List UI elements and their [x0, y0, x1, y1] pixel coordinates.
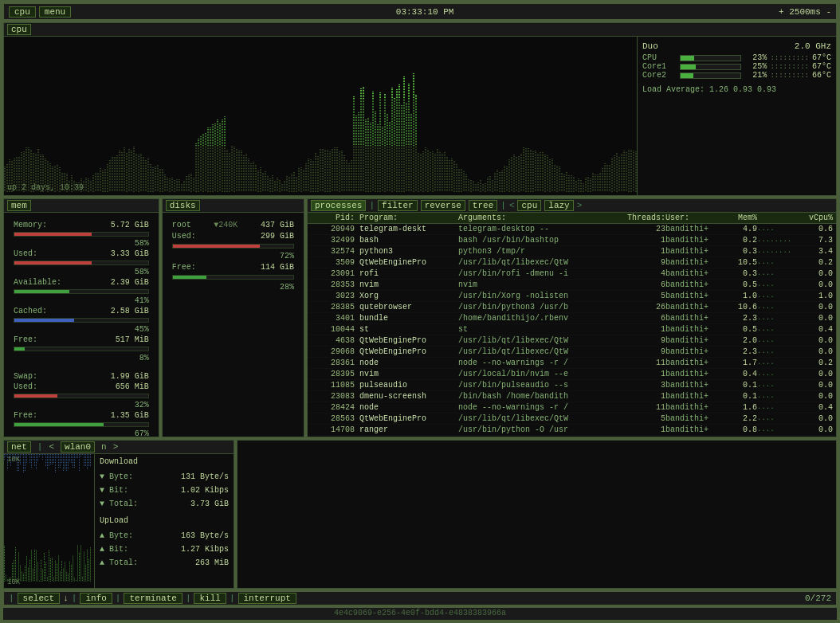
tree-tab[interactable]: tree: [469, 200, 497, 211]
proc-row[interactable]: 32574 python3 python3 /tmp/r 1 bandithi+…: [308, 246, 836, 257]
proc-row[interactable]: 29068 QtWebEnginePro /usr/lib/qt/libexec…: [308, 347, 836, 358]
proc-header: processes | filter reverse tree | < cpu …: [308, 199, 836, 213]
disks-title: disks: [166, 200, 200, 211]
interrupt-button[interactable]: interrupt: [238, 593, 296, 604]
core-temp: 67°C: [812, 53, 831, 62]
disk-free-row: Free: 114 GiB: [172, 263, 294, 272]
proc-row[interactable]: 23091 rofi /usr/bin/rofi -dmenu -i 4 ban…: [308, 268, 836, 280]
proc-row[interactable]: 20949 telegram-deskt telegram-desktop --…: [308, 224, 836, 235]
net-content: 10K 10K Download ▼ Byte: 131 Byte/s ▼ Bi…: [4, 454, 234, 588]
proc-row[interactable]: 3401 bundle /home/bandithijo/.rbenv 6 ba…: [308, 313, 836, 324]
net-label-bot: 10K: [7, 578, 20, 586]
mem-row: Cached: 2.58 GiB: [14, 307, 149, 315]
dl-total-value: 3.73 GiB: [190, 500, 229, 508]
mem-row: Free: 517 MiB: [14, 335, 149, 344]
proc-table: 20949 telegram-deskt telegram-desktop --…: [308, 224, 836, 437]
info-button[interactable]: info: [80, 593, 112, 604]
proc-row[interactable]: 28361 node node --no-warnings -r / 11 ba…: [308, 358, 836, 369]
proc-row[interactable]: 32499 bash bash /usr/bin/bashtop 1 bandi…: [308, 235, 836, 246]
ul-byte-row: ▲ Byte: 163 Byte/s: [100, 531, 229, 540]
proc-title: processes: [311, 200, 366, 211]
cpu-header: cpu: [4, 23, 836, 37]
disks-section: disks root ▼240K 437 GiB Used: 299 GiB 7…: [162, 198, 304, 437]
core-bar-fill: [681, 65, 696, 69]
core-pct: 21%: [744, 71, 767, 80]
core-dots: :::::::::: [770, 54, 809, 62]
topbar-left: cpu menu: [9, 6, 71, 18]
hash-text: 4e4c9069-e256-4e0f-bdd4-e4838383966a: [334, 609, 506, 617]
net-interface: wlan0: [61, 441, 95, 453]
core-pct: 25%: [744, 62, 767, 71]
dl-bit-label: ▼ Bit:: [100, 486, 128, 495]
proc-row[interactable]: 28563 QtWebEnginePro /usr/lib/qt/libexec…: [308, 413, 836, 425]
proc-row[interactable]: 28385 qutebrowser /usr/bin/python3 /usr/…: [308, 302, 836, 313]
net-graph: 10K 10K: [4, 454, 94, 588]
core-dots: :::::::::: [770, 63, 809, 71]
cpu-bars: CPU 23% ::::::::: 67°C Core1 25% :::::::…: [642, 53, 831, 80]
cpu-model: Duo: [642, 41, 658, 51]
mem-row: Memory: 5.72 GiB: [14, 221, 149, 229]
proc-row[interactable]: 28353 nvim nvim 6 bandithi+ 0.5 .... 0.0: [308, 280, 836, 291]
col-args: Arguments:: [458, 214, 618, 222]
col-vcpu: vCpu%: [797, 214, 833, 222]
col-user: User:: [665, 214, 725, 222]
swap-row: Swap: 1.99 GiB: [14, 372, 149, 381]
cpu-freq: 2.0 GHz: [795, 41, 831, 51]
cpu-tab[interactable]: cpu: [9, 6, 36, 18]
net-section: net | < wlan0 n > 10K 10K Download: [3, 440, 234, 589]
processes-section: processes | filter reverse tree | < cpu …: [307, 198, 837, 437]
swap-free-bar: [14, 422, 149, 427]
mem-content: Memory: 5.72 GiB 58% Used: 3.33 GiB 58%: [4, 213, 159, 446]
menu-tab[interactable]: menu: [39, 6, 71, 18]
mem-row: Used: 3.33 GiB: [14, 249, 149, 258]
lazy-tab[interactable]: lazy: [544, 200, 573, 211]
core-label: Core2: [642, 71, 677, 80]
proc-row[interactable]: 28424 node node --no-warnings -r / 11 ba…: [308, 402, 836, 413]
dl-byte-value: 131 Byte/s: [181, 472, 229, 481]
proc-row[interactable]: 3509 QtWebEnginePro /usr/lib/qt/libexec/…: [308, 257, 836, 268]
kill-button[interactable]: kill: [194, 593, 226, 604]
cpu-sort-tab[interactable]: cpu: [517, 200, 541, 211]
proc-row[interactable]: 32115 ueberzug /usr/bin/python3 /usr/bi …: [308, 436, 836, 437]
col-pid: Pid:: [311, 214, 355, 222]
swap-free-row: Free: 1.35 GiB: [14, 411, 149, 420]
proc-row[interactable]: 14708 ranger /usr/bin/python -O /usr 1 b…: [308, 425, 836, 436]
core-bar-fill: [681, 73, 693, 78]
proc-row[interactable]: 10044 st st 1 bandithi+ 0.5 .... 0.4: [308, 324, 836, 335]
col-dots: [757, 214, 797, 222]
mem-bar: [14, 289, 149, 294]
ul-total-label: ▲ Total:: [100, 558, 138, 567]
ul-byte-label: ▲ Byte:: [100, 531, 133, 540]
ul-total-value: 263 MiB: [195, 558, 229, 567]
ul-total-row: ▲ Total: 263 MiB: [100, 558, 229, 567]
mem-bar: [14, 347, 149, 351]
select-button[interactable]: select: [18, 593, 61, 604]
dl-bit-value: 1.02 Kibps: [181, 486, 229, 495]
mem-row: Available: 2.39 GiB: [14, 278, 149, 287]
hash-bar: 4e4c9069-e256-4e0f-bdd4-e4838383966a: [3, 608, 837, 620]
core-temp: 66°C: [812, 71, 831, 80]
proc-row[interactable]: 3023 Xorg /usr/bin/Xorg -nolisten 5 band…: [308, 291, 836, 302]
swap-used-row: Used: 656 MiB: [14, 382, 149, 391]
ul-byte-value: 163 Byte/s: [181, 531, 229, 540]
net-title: net: [7, 441, 31, 453]
net-stats: Download ▼ Byte: 131 Byte/s ▼ Bit: 1.02 …: [94, 454, 234, 588]
filter-tab[interactable]: filter: [378, 200, 418, 211]
col-threads: Threads:: [618, 214, 665, 222]
col-prog: Program:: [355, 214, 458, 222]
cpu-title: cpu: [7, 24, 31, 35]
core-bar: [680, 64, 741, 70]
top-bar: cpu menu 03:33:10 PM + 2500ms -: [3, 3, 837, 20]
mem-bar: [14, 318, 149, 323]
proc-row[interactable]: 23083 dmenu-screensh /bin/bash /home/ban…: [308, 391, 836, 402]
reverse-tab[interactable]: reverse: [421, 200, 465, 211]
topbar-interval[interactable]: + 2500ms -: [779, 7, 831, 17]
swap-bar: [14, 394, 149, 398]
proc-row[interactable]: 11085 pulseaudio /usr/bin/pulseaudio --s…: [308, 380, 836, 391]
proc-row[interactable]: 4638 QtWebEnginePro /usr/lib/qt/libexec/…: [308, 335, 836, 347]
proc-row[interactable]: 28395 nvim /usr/local/bin/nvim --e 1 ban…: [308, 369, 836, 380]
cpu-core-row: CPU 23% ::::::::: 67°C: [642, 53, 831, 62]
terminate-button[interactable]: terminate: [124, 593, 182, 604]
proc-count: 0/272: [300, 594, 831, 603]
disks-header: disks: [163, 199, 304, 213]
